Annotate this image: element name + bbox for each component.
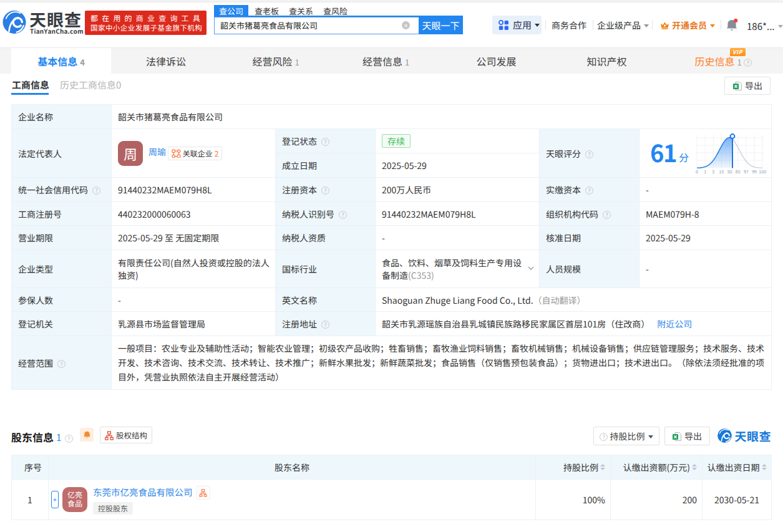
svg-text:100: 100 bbox=[759, 168, 766, 175]
svg-text:1: 1 bbox=[704, 168, 706, 175]
svg-text:0: 0 bbox=[696, 168, 698, 175]
svg-text:99: 99 bbox=[752, 168, 757, 175]
svg-text:85: 85 bbox=[736, 168, 741, 175]
svg-text:15: 15 bbox=[719, 168, 724, 175]
svg-text:3: 3 bbox=[712, 168, 714, 175]
svg-text:50: 50 bbox=[727, 168, 732, 175]
svg-text:97: 97 bbox=[744, 168, 749, 175]
